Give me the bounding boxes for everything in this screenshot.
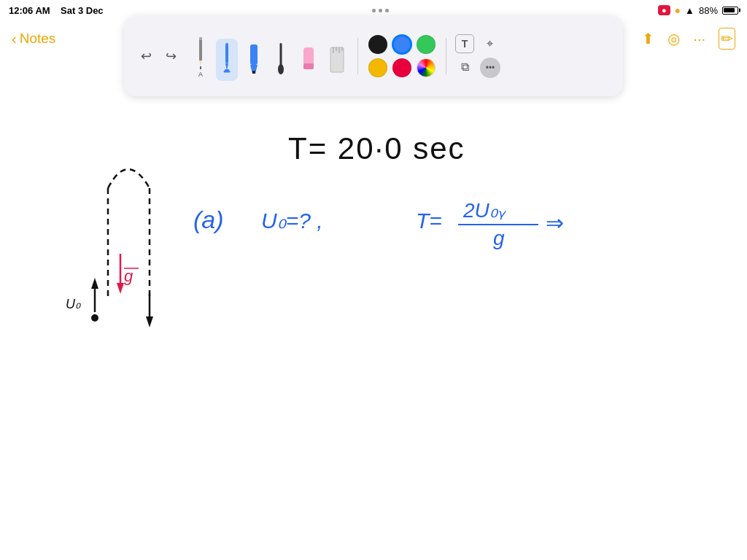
svg-text:2U₀ᵧ: 2U₀ᵧ (462, 199, 507, 222)
eraser-icon (301, 42, 317, 78)
battery-icon (722, 7, 738, 15)
svg-text:U₀: U₀ (66, 297, 81, 311)
orange-dot-icon: ● (675, 4, 681, 16)
marker-icon (247, 42, 261, 78)
ruler-tool[interactable] (325, 39, 349, 81)
svg-text:U₀=? ,: U₀=? , (261, 209, 323, 233)
svg-marker-39 (146, 316, 153, 327)
svg-rect-15 (330, 47, 344, 72)
toolbar-separator-1 (357, 38, 358, 74)
toolbar-separator-2 (446, 38, 446, 74)
more-options-button[interactable]: ••• (480, 58, 500, 78)
svg-marker-1 (199, 61, 202, 66)
color-yellow[interactable] (368, 58, 387, 77)
drawing-toolbar: ↩ ↪ A (124, 16, 623, 96)
svg-text:T=: T= (416, 209, 442, 233)
svg-text:g: g (493, 227, 505, 249)
svg-rect-2 (199, 37, 202, 40)
toolbar-extras: T ⌖ ⧉ ••• (455, 34, 500, 78)
color-row-1 (368, 35, 436, 54)
ellipsis-circle-icon[interactable]: ··· (693, 31, 705, 47)
extras-row-1: T ⌖ (455, 34, 500, 53)
status-time-date: 12:06 AM Sat 3 Dec (9, 5, 104, 16)
pen-tool[interactable] (216, 39, 238, 81)
battery-fill (724, 8, 735, 12)
svg-rect-0 (199, 39, 202, 61)
svg-point-12 (278, 64, 284, 74)
share-icon[interactable]: ⬆ (642, 30, 654, 47)
battery-indicator (722, 7, 738, 15)
compose-icon[interactable]: ✏ (719, 28, 735, 50)
pencil-label: A (198, 71, 203, 78)
svg-rect-11 (280, 43, 282, 66)
redo-button[interactable]: ↪ (160, 46, 181, 66)
svg-rect-14 (303, 63, 314, 69)
brush-tool[interactable] (270, 39, 292, 81)
svg-point-37 (91, 314, 98, 322)
extras-row-2: ⧉ ••• (455, 58, 500, 78)
color-palette (368, 35, 436, 77)
color-black[interactable] (368, 35, 387, 54)
dot1 (372, 9, 376, 12)
svg-text:T= 20·0 sec: T= 20·0 sec (288, 131, 465, 166)
status-right: ● ● ▲ 88% (658, 4, 738, 16)
undo-button[interactable]: ↩ (136, 46, 156, 66)
svg-text:(a): (a) (193, 206, 224, 233)
copy-icon[interactable]: ⧉ (455, 58, 474, 77)
pencil-tool[interactable]: A (190, 31, 212, 81)
status-time: 12:06 AM (9, 5, 50, 16)
svg-text:g: g (124, 267, 133, 285)
record-button: ● (658, 5, 670, 15)
wifi-icon: ▲ (685, 5, 694, 16)
color-rainbow[interactable] (417, 58, 436, 77)
text-icon[interactable]: T (455, 34, 474, 53)
battery-percent: 88% (699, 5, 718, 16)
canvas-area: T= 20·0 sec (a) U₀=? , T= 2U₀ᵧ g ⇒ g (0, 57, 747, 560)
dot2 (379, 9, 382, 12)
ruler-icon (330, 42, 344, 78)
color-red[interactable] (392, 58, 411, 77)
brush-icon (274, 42, 287, 78)
drawing-tools: A (190, 31, 349, 81)
lasso-icon[interactable]: ⌖ (480, 34, 499, 53)
svg-text:⇒: ⇒ (546, 211, 564, 235)
svg-marker-31 (117, 283, 124, 294)
svg-rect-10 (252, 71, 255, 74)
highlight-icon[interactable]: ◎ (667, 30, 680, 47)
status-date: Sat 3 Dec (61, 5, 104, 16)
pencil-icon (194, 34, 207, 71)
svg-rect-8 (250, 44, 258, 65)
svg-rect-4 (225, 43, 228, 63)
pen-icon (220, 42, 233, 78)
status-center (372, 9, 389, 12)
color-row-2 (368, 58, 436, 77)
eraser-tool[interactable] (296, 39, 321, 81)
nav-actions: ⬆ ◎ ··· ✏ (642, 28, 735, 50)
color-green[interactable] (417, 35, 436, 54)
drawing-canvas[interactable]: T= 20·0 sec (a) U₀=? , T= 2U₀ᵧ g ⇒ g (0, 57, 747, 560)
svg-marker-35 (91, 278, 98, 289)
marker-tool[interactable] (242, 39, 266, 81)
color-blue[interactable] (392, 35, 411, 54)
undo-redo-group: ↩ ↪ (136, 46, 181, 66)
dot3 (385, 9, 389, 12)
nav-back-button[interactable]: ‹ Notes (12, 31, 55, 47)
back-chevron-icon: ‹ (12, 31, 17, 47)
nav-back-label: Notes (20, 31, 56, 47)
